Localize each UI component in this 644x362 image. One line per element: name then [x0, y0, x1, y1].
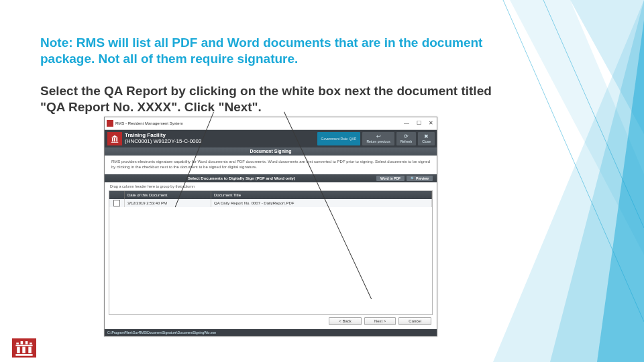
facility-block: Training Facility (HNC0001) W912DY-15-C-…	[125, 133, 201, 145]
section-description: RMS provides electronic signature capabi…	[105, 156, 437, 174]
grid-empty-area	[109, 207, 432, 314]
cancel-button[interactable]: Cancel	[398, 317, 431, 325]
refresh-icon: ⟳	[404, 134, 409, 139]
col-date[interactable]: Date of this Document	[125, 191, 211, 199]
preview-button[interactable]: 🔍Preview	[407, 176, 433, 181]
slide: Note: RMS will list all PDF and Word doc…	[0, 0, 644, 362]
next-button[interactable]: Next >	[364, 317, 396, 325]
group-hint: Drag a column header here to group by th…	[105, 182, 437, 190]
rms-window: RMS - Resident Management System — ☐ ✕ T…	[104, 117, 437, 337]
section-title: Document Signing	[105, 147, 437, 156]
col-checkbox	[109, 191, 125, 199]
return-previous-button[interactable]: ↩Return previous	[362, 132, 394, 145]
grid-header: Date of this Document Document Title	[109, 191, 432, 199]
app-header: Training Facility (HNC0001) W912DY-15-C-…	[105, 130, 437, 147]
magnifier-icon: 🔍	[411, 176, 415, 180]
instruction-text: Select the QA Report by clicking on the …	[40, 83, 510, 115]
row-title: QA Daily Report No. 0007 - DailyReport.P…	[211, 199, 432, 207]
select-bar: Select Documents to Digitally Sign (PDF …	[105, 174, 437, 182]
close-window-button[interactable]: ✕	[425, 119, 437, 128]
minimize-button[interactable]: —	[400, 119, 413, 128]
documents-grid: Date of this Document Document Title 3/1…	[109, 190, 433, 315]
table-row[interactable]: 3/12/2019 2:53:40 PM QA Daily Report No.…	[109, 199, 432, 207]
word-to-pdf-button[interactable]: Word to PDF	[376, 176, 405, 181]
status-bar: C:\ProgramFiles\GovRMS\DocumentSignature…	[105, 329, 437, 336]
window-titlebar: RMS - Resident Management System — ☐ ✕	[105, 117, 437, 130]
close-button[interactable]: ✖Close	[418, 132, 435, 145]
app-icon	[107, 120, 113, 127]
usace-castle-icon	[12, 338, 36, 358]
row-date: 3/12/2019 2:53:40 PM	[125, 199, 211, 207]
back-button[interactable]: < Back	[329, 317, 362, 325]
refresh-button[interactable]: ⟳Refresh	[396, 132, 417, 145]
wizard-footer: < Back Next > Cancel	[105, 314, 437, 328]
usace-logo-icon	[107, 132, 122, 145]
window-title: RMS - Resident Management System	[115, 121, 183, 125]
close-icon: ✖	[424, 134, 429, 139]
decorative-triangles	[470, 0, 644, 362]
select-bar-label: Select Documents to Digitally Sign (PDF …	[109, 176, 374, 180]
back-arrow-icon: ↩	[376, 134, 381, 139]
maximize-button[interactable]: ☐	[413, 119, 425, 128]
facility-sub: (HNC0001) W912DY-15-C-0003	[125, 139, 201, 145]
gov-role-button[interactable]: Government Role: QAR	[317, 132, 361, 145]
note-text: Note: RMS will list all PDF and Word doc…	[40, 35, 510, 67]
row-checkbox[interactable]	[113, 200, 120, 206]
